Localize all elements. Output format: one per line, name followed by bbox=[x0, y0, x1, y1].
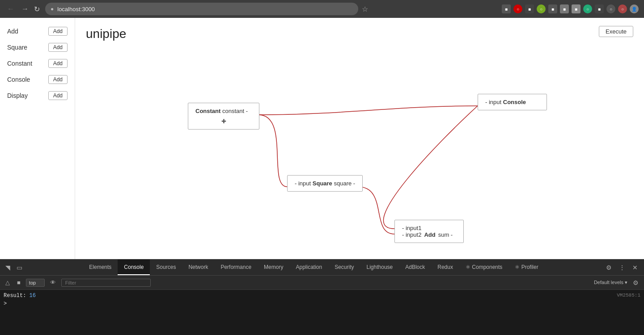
devtools-pause-btn[interactable]: ■ bbox=[15, 278, 22, 287]
context-select[interactable]: top bbox=[26, 279, 45, 287]
ext-icon-11[interactable]: ○ bbox=[618, 4, 627, 13]
node-console-name: Console bbox=[503, 99, 526, 105]
node-constant-name: Constant bbox=[195, 108, 220, 114]
filter-input[interactable] bbox=[61, 279, 151, 287]
tab-adblock[interactable]: AdBlock bbox=[399, 260, 431, 275]
node-add-name: Add bbox=[424, 231, 435, 238]
page-title: unipipe bbox=[86, 27, 126, 41]
add-add-button[interactable]: Add bbox=[48, 27, 68, 36]
node-constant-output: constant - bbox=[222, 108, 248, 114]
node-console-pre: - input bbox=[485, 99, 501, 105]
app-container: Add Add Square Add Constant Add Console … bbox=[0, 18, 644, 259]
node-add-input1: - input1 bbox=[402, 225, 456, 231]
sidebar-item-square: Square Add bbox=[7, 43, 68, 52]
refresh-button[interactable]: ↻ bbox=[34, 5, 40, 13]
console-result-value: 16 bbox=[30, 293, 36, 299]
sidebar: Add Add Square Add Constant Add Console … bbox=[0, 18, 75, 259]
node-square-post: square - bbox=[334, 180, 355, 187]
url-text: localhost:3000 bbox=[57, 6, 95, 13]
tab-sources[interactable]: Sources bbox=[150, 260, 182, 275]
main-canvas: unipipe Execute Constant constant - ✚ - … bbox=[75, 18, 644, 259]
node-constant-label: Constant constant - bbox=[195, 108, 248, 114]
execute-button[interactable]: Execute bbox=[599, 26, 633, 37]
tab-console[interactable]: Console bbox=[118, 260, 150, 275]
node-square-name: Square bbox=[313, 180, 332, 187]
sidebar-item-console: Console Add bbox=[7, 75, 68, 84]
sidebar-item-add: Add Add bbox=[7, 27, 68, 36]
tab-memory[interactable]: Memory bbox=[258, 260, 289, 275]
default-levels-btn[interactable]: Default levels ▾ bbox=[594, 280, 627, 285]
add-constant-button[interactable]: Add bbox=[48, 59, 68, 68]
node-constant-crosshair: ✚ bbox=[195, 118, 252, 125]
sidebar-label-square: Square bbox=[7, 44, 27, 51]
tab-elements[interactable]: Elements bbox=[83, 260, 118, 275]
devtools-close-icon[interactable]: ✕ bbox=[631, 263, 640, 272]
node-square[interactable]: - input Square square - bbox=[287, 175, 363, 192]
console-prompt[interactable]: > bbox=[4, 300, 640, 308]
node-add-post: sum - bbox=[438, 231, 453, 238]
ext-icon-10[interactable]: ○ bbox=[606, 4, 615, 13]
tab-profiler[interactable]: ⚛ Profiler bbox=[508, 260, 544, 275]
devtools-inspect-icon[interactable]: ◥ bbox=[4, 263, 12, 272]
node-console[interactable]: - input Console bbox=[478, 94, 547, 110]
tab-security[interactable]: Security bbox=[328, 260, 360, 275]
devtools-eye-btn[interactable]: 👁 bbox=[48, 278, 58, 287]
ext-icon-1[interactable]: ■ bbox=[502, 4, 511, 13]
node-constant[interactable]: Constant constant - ✚ bbox=[188, 103, 259, 130]
devtools-settings-icon[interactable]: ⚙ bbox=[604, 263, 614, 272]
bookmark-icon[interactable]: ☆ bbox=[362, 5, 368, 13]
sidebar-item-constant: Constant Add bbox=[7, 59, 68, 68]
connections-svg bbox=[75, 18, 644, 259]
tab-redux[interactable]: Redux bbox=[431, 260, 459, 275]
devtools-toolbar: △ ■ top 👁 Default levels ▾ ⚙ bbox=[0, 276, 644, 290]
ext-icon-7[interactable]: ■ bbox=[572, 4, 580, 13]
ext-icon-avatar[interactable]: 👤 bbox=[630, 4, 639, 13]
sidebar-label-add: Add bbox=[7, 28, 18, 35]
console-result-line: Result: 16 VM2585:1 bbox=[4, 292, 640, 300]
back-button[interactable]: ← bbox=[5, 3, 16, 15]
sidebar-label-constant: Constant bbox=[7, 60, 32, 67]
context-select-wrapper: top bbox=[26, 278, 45, 287]
ext-icon-2[interactable]: ○ bbox=[513, 4, 522, 13]
tab-application[interactable]: Application bbox=[289, 260, 328, 275]
ext-icon-3[interactable]: ■ bbox=[525, 4, 534, 13]
devtools-tab-icons: ◥ ▭ bbox=[0, 263, 28, 272]
tab-components[interactable]: ⚛ Components bbox=[459, 260, 508, 275]
forward-button[interactable]: → bbox=[20, 3, 30, 15]
tab-network[interactable]: Network bbox=[182, 260, 214, 275]
console-line-num: VM2585:1 bbox=[617, 293, 640, 298]
console-prompt-symbol: > bbox=[4, 301, 7, 307]
browser-chrome: ← → ↻ ● localhost:3000 ☆ ■ ○ ■ ○ ■ ■ ■ ○… bbox=[0, 0, 644, 18]
tab-performance[interactable]: Performance bbox=[214, 260, 258, 275]
node-add[interactable]: - input1 - input2 Add sum - bbox=[394, 220, 464, 243]
devtools-clear-btn[interactable]: △ bbox=[4, 278, 12, 287]
add-display-button[interactable]: Add bbox=[48, 91, 68, 100]
add-square-button[interactable]: Add bbox=[48, 43, 68, 52]
ext-icon-9[interactable]: ■ bbox=[595, 4, 604, 13]
ext-icon-8[interactable]: ○ bbox=[583, 4, 592, 13]
lock-icon: ● bbox=[51, 6, 54, 12]
toolbar-settings-icon[interactable]: ⚙ bbox=[631, 278, 640, 287]
ext-icon-6[interactable]: ■ bbox=[560, 4, 569, 13]
devtools-panel: ◥ ▭ Elements Console Sources Network Per… bbox=[0, 259, 644, 335]
console-result-label: Result: bbox=[4, 293, 30, 299]
tab-lighthouse[interactable]: Lighthouse bbox=[360, 260, 399, 275]
devtools-responsive-icon[interactable]: ▭ bbox=[15, 263, 24, 272]
devtools-tabs: ◥ ▭ Elements Console Sources Network Per… bbox=[0, 260, 644, 276]
ext-icon-4[interactable]: ○ bbox=[537, 4, 546, 13]
browser-extensions: ■ ○ ■ ○ ■ ■ ■ ○ ■ ○ ○ 👤 bbox=[502, 4, 639, 13]
sidebar-item-display: Display Add bbox=[7, 91, 68, 100]
node-add-input2: - input2 bbox=[402, 231, 421, 238]
add-console-button[interactable]: Add bbox=[48, 75, 68, 84]
sidebar-label-console: Console bbox=[7, 76, 30, 83]
devtools-content: Result: 16 VM2585:1 > bbox=[0, 290, 644, 335]
ext-icon-5[interactable]: ■ bbox=[548, 4, 557, 13]
sidebar-label-display: Display bbox=[7, 92, 28, 99]
address-bar[interactable]: ● localhost:3000 bbox=[45, 3, 358, 15]
node-square-pre: - input bbox=[295, 180, 311, 187]
devtools-right-icons: ⚙ ⋮ ✕ bbox=[600, 263, 644, 272]
devtools-more-icon[interactable]: ⋮ bbox=[617, 263, 627, 272]
